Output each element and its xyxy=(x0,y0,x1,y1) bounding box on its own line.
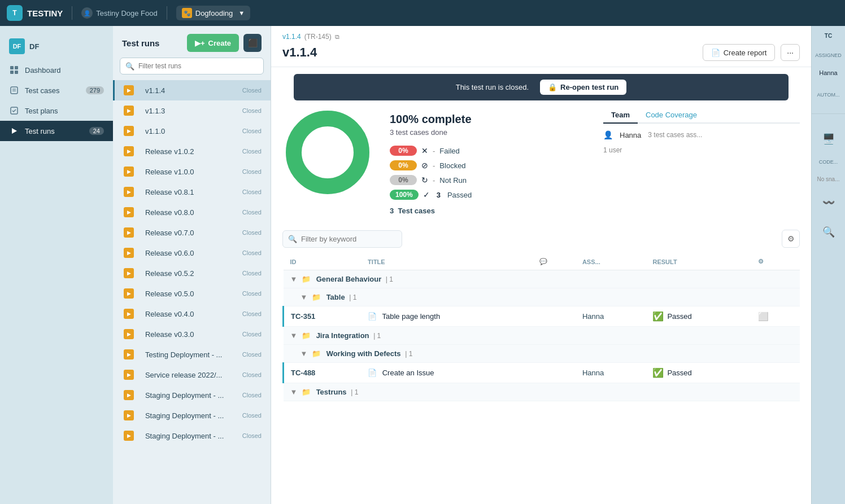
run-item-release-v0.4.0[interactable]: ▶ Release v0.4.0 Closed xyxy=(113,304,271,324)
tc-action-icon[interactable]: ⬜ xyxy=(758,312,769,321)
run-item-release-v0.5.0[interactable]: ▶ Release v0.5.0 Closed xyxy=(113,283,271,304)
svg-rect-1 xyxy=(15,66,18,69)
run-label: Release v1.0.2 xyxy=(145,147,236,156)
run-icon: ▶ xyxy=(124,370,134,380)
complete-pct: 100% complete xyxy=(390,113,586,126)
stat-row-notrun: 0% ↻ - Not Run xyxy=(390,175,586,185)
tc-title-488[interactable]: Create an Issue xyxy=(382,369,434,377)
run-status: Closed xyxy=(242,412,262,419)
run-item-release-v1.0.2[interactable]: ▶ Release v1.0.2 Closed xyxy=(113,141,271,161)
failed-icon: ✕ xyxy=(421,146,428,155)
sidebar: DF DF Dashboard Test cases 279 Test plan… xyxy=(0,26,113,504)
run-item-release-v0.6.0[interactable]: ▶ Release v0.6.0 Closed xyxy=(113,243,271,263)
copy-icon[interactable]: ⧉ xyxy=(335,33,339,41)
run-status: Closed xyxy=(242,331,262,338)
reopen-button[interactable]: 🔒 Re-open test run xyxy=(540,80,626,95)
run-item-staging-dep-2[interactable]: ▶ Staging Deployment - ... Closed xyxy=(113,405,271,426)
create-test-run-button[interactable]: ▶+ Create xyxy=(187,34,239,52)
sidebar-item-test-plans[interactable]: Test plans xyxy=(0,100,113,121)
notrun-icon: ↻ xyxy=(421,176,428,185)
run-item-v1.1.0[interactable]: ▶ v1.1.0 Closed xyxy=(113,121,271,141)
project-dropdown-icon: ▼ xyxy=(238,10,245,16)
reopen-label: Re-open test run xyxy=(560,83,618,91)
sidebar-item-test-runs[interactable]: Test runs 24 xyxy=(0,121,113,141)
run-status: Closed xyxy=(242,249,262,256)
run-label: Release v0.6.0 xyxy=(145,249,236,257)
filter-keyword-input[interactable] xyxy=(282,230,402,248)
project-selector[interactable]: 🐾 Dogfooding ▼ xyxy=(176,6,250,20)
group-toggle-testruns[interactable]: ▼ xyxy=(290,388,298,396)
col-assigned: ASS... xyxy=(576,253,646,270)
tab-team[interactable]: Team xyxy=(603,107,638,124)
subgroup-working-defects: ▼ 📁 Working with Defects | 1 xyxy=(284,345,800,363)
group-folder-icon: 📁 xyxy=(302,275,311,283)
donut-chart xyxy=(282,107,373,198)
group-testruns: ▼ 📁 Testruns | 1 xyxy=(284,383,800,401)
more-options-button[interactable]: ··· xyxy=(781,44,800,61)
filter-runs-input[interactable] xyxy=(120,58,264,74)
org-name: 👤 Testiny Doge Food xyxy=(81,7,157,19)
project-icon: 🐾 xyxy=(182,8,192,18)
group-toggle[interactable]: ▼ xyxy=(290,275,298,283)
run-icon: ▶ xyxy=(124,166,134,177)
run-label: v1.1.4 xyxy=(145,86,236,95)
run-item-v1.1.4[interactable]: ▶ v1.1.4 Closed xyxy=(113,80,271,100)
pass-label-488: Passed xyxy=(667,369,691,377)
col-id: ID xyxy=(284,253,361,270)
sidebar-item-dashboard[interactable]: Dashboard xyxy=(0,60,113,80)
run-item-staging-dep-3[interactable]: ▶ Staging Deployment - ... Closed xyxy=(113,426,271,446)
run-item-service-release[interactable]: ▶ Service release 2022/... Closed xyxy=(113,365,271,385)
run-item-release-v0.3.0[interactable]: ▶ Release v0.3.0 Closed xyxy=(113,324,271,344)
search-box: 🔍 xyxy=(120,58,264,74)
run-item-release-v1.0.0[interactable]: ▶ Release v1.0.0 Closed xyxy=(113,161,271,182)
tc-title-cell-488: 📄 Create an Issue xyxy=(361,363,533,383)
top-nav: T TESTINY 👤 Testiny Doge Food 🐾 Dogfoodi… xyxy=(0,0,845,26)
run-item-release-v0.8.0[interactable]: ▶ Release v0.8.0 Closed xyxy=(113,202,271,222)
subgroup-toggle-defects[interactable]: ▼ xyxy=(300,349,308,358)
run-item-release-v0.7.0[interactable]: ▶ Release v0.7.0 Closed xyxy=(113,222,271,243)
col-title: TITLE xyxy=(361,253,533,270)
test-cases-count: 3 Test cases xyxy=(390,207,586,215)
run-item-v1.1.3[interactable]: ▶ v1.1.3 Closed xyxy=(113,100,271,121)
run-label: Release v0.5.0 xyxy=(145,290,236,298)
stat-row-blocked: 0% ⊘ - Blocked xyxy=(390,160,586,170)
assigned-label: ASSIGNED xyxy=(813,52,844,58)
test-runs-panel: Test runs ▶+ Create ⬛ 🔍 ▶ v1.1.4 Closed … xyxy=(113,26,271,504)
group-toggle-jira[interactable]: ▼ xyxy=(290,331,298,340)
filter-options-button[interactable]: ⚙ xyxy=(782,230,800,248)
stat-row-passed: 100% ✓ 3 Passed xyxy=(390,190,586,200)
notrun-label: Not Run xyxy=(439,176,467,185)
run-label: Service release 2022/... xyxy=(145,371,236,379)
tab-code-coverage[interactable]: Code Coverage xyxy=(638,107,705,122)
sidebar-item-test-cases[interactable]: Test cases 279 xyxy=(0,80,113,100)
org-label: Testiny Doge Food xyxy=(96,9,157,17)
create-report-button[interactable]: 📄 Create report xyxy=(703,44,776,61)
right-panel-screen-icon[interactable]: 🖥️ xyxy=(820,130,838,148)
team-section: Team Code Coverage 👤 Hanna 3 test cases … xyxy=(603,107,800,221)
breadcrumb-version[interactable]: v1.1.4 xyxy=(282,33,301,41)
subgroup-toggle[interactable]: ▼ xyxy=(300,293,308,301)
right-panel-search-icon[interactable]: 🔍 xyxy=(820,223,838,241)
tc-title-cell: 📄 Table page length xyxy=(361,306,533,327)
run-status: Closed xyxy=(242,270,262,277)
run-item-testing-deployment[interactable]: ▶ Testing Deployment - ... Closed xyxy=(113,344,271,365)
svg-marker-8 xyxy=(12,128,17,134)
team-member: 👤 Hanna 3 test cases ass... xyxy=(603,130,800,139)
run-label: Release v0.8.0 xyxy=(145,208,236,217)
right-panel-route-icon[interactable]: 〰️ xyxy=(820,194,838,212)
run-item-release-v0.8.1[interactable]: ▶ Release v0.8.1 Closed xyxy=(113,182,271,202)
tc-title[interactable]: Table page length xyxy=(382,312,441,321)
run-item-release-v0.5.2[interactable]: ▶ Release v0.5.2 Closed xyxy=(113,263,271,283)
run-status: Closed xyxy=(242,229,262,236)
sidebar-item-test-plans-label: Test plans xyxy=(25,107,104,115)
col-settings-icon[interactable]: ⚙ xyxy=(758,258,764,265)
cases-table-wrapper: ID TITLE 💬 ASS... RESULT ⚙ ▼ xyxy=(271,253,811,401)
tc-count-label: Test cases xyxy=(398,207,435,215)
run-icon: ▶ xyxy=(124,187,134,197)
run-item-staging-dep-1[interactable]: ▶ Staging Deployment - ... Closed xyxy=(113,385,271,405)
tc-action-cell: ⬜ xyxy=(751,306,800,327)
passed-count: 3 xyxy=(437,191,441,199)
panel-options-button[interactable]: ⬛ xyxy=(243,34,262,52)
right-panel: TC ASSIGNED Hanna AUTOM... 🖥️ CODE... No… xyxy=(811,26,845,504)
run-status: Closed xyxy=(242,128,262,134)
